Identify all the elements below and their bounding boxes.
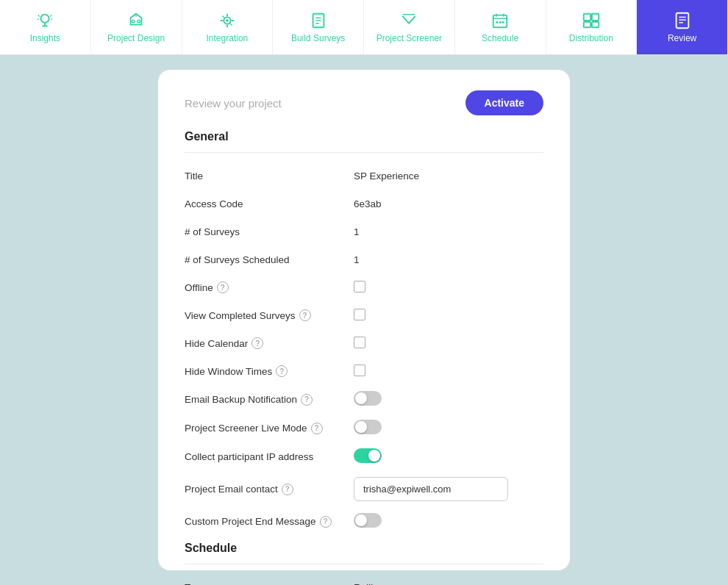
svg-point-8 [138,20,140,23]
review-card: Review your project Activate General Tit… [158,70,570,570]
custom-end-toggle-thumb [355,514,367,526]
nav-label-integration: Integration [207,33,249,43]
review-header: Review your project Activate [185,90,543,115]
hide-window-times-help-icon[interactable]: ? [276,365,288,377]
field-row-type: Type Rolling [185,573,543,585]
collect-ip-toggle[interactable] [354,448,382,463]
view-completed-checkbox[interactable] [354,309,365,320]
nav-item-distribution[interactable]: Distribution [546,0,638,54]
hide-window-times-checkbox-wrapper [354,365,543,378]
offline-checkbox[interactable] [354,281,365,292]
access-code-value: 6e3ab [354,198,543,209]
email-backup-toggle[interactable] [354,391,382,406]
distribution-icon [582,11,601,30]
nav-label-project-design: Project Design [107,33,165,43]
field-row-num-surveys: # of Surveys 1 [185,218,543,245]
project-screener-toggle-thumb [355,421,367,433]
activate-button[interactable]: Activate [465,90,543,115]
access-code-label: Access Code [185,198,354,209]
svg-line-3 [38,15,40,17]
email-backup-help-icon[interactable]: ? [301,394,313,406]
collect-ip-label: Collect participant IP address [185,451,354,462]
collect-ip-toggle-wrapper[interactable] [354,448,543,465]
field-row-project-email: Project Email contact ? [185,471,543,507]
field-row-hide-window-times: Hide Window Times ? [185,357,543,385]
schedule-icon [490,11,510,30]
custom-end-toggle-track[interactable] [354,513,382,528]
svg-rect-23 [493,15,507,28]
email-backup-label: Email Backup Notification ? [185,394,354,406]
nav-label-build-surveys: Build Surveys [291,33,345,43]
svg-point-7 [132,20,135,23]
hide-calendar-checkbox[interactable] [354,337,365,348]
project-email-help-icon[interactable]: ? [282,484,293,495]
field-row-view-completed: View Completed Surveys ? [185,301,543,329]
general-divider [185,152,543,153]
type-label: Type [185,582,354,586]
field-row-num-surveys-scheduled: # of Surveys Scheduled 1 [185,245,543,273]
nav-item-review[interactable]: Review [637,0,728,54]
field-row-custom-end: Custom Project End Message ? [185,507,543,536]
nav-item-project-screener[interactable]: Project Screener [364,0,455,54]
svg-point-0 [41,15,49,23]
nav-item-schedule[interactable]: Schedule [455,0,546,54]
nav-label-insights: Insights [30,33,60,43]
main-content: Review your project Activate General Tit… [0,55,728,585]
nav-item-integration[interactable]: Integration [182,0,274,54]
top-navigation: Insights Project Design [0,0,728,55]
svg-rect-28 [499,21,502,24]
review-icon [673,11,692,30]
field-row-offline: Offline ? [185,273,543,301]
custom-end-toggle[interactable] [354,513,382,528]
project-design-icon [126,11,146,30]
num-surveys-value: 1 [354,226,543,237]
hide-window-times-checkbox[interactable] [354,365,365,376]
integration-icon [218,11,237,30]
title-value: SP Experience [354,171,543,182]
view-completed-help-icon[interactable]: ? [299,309,311,321]
hide-window-times-label: Hide Window Times ? [185,365,354,377]
nav-label-distribution: Distribution [569,33,613,43]
email-backup-toggle-thumb [355,392,367,404]
project-screener-help-icon[interactable]: ? [311,423,323,434]
nav-item-project-design[interactable]: Project Design [91,0,182,54]
custom-end-toggle-wrapper[interactable] [354,513,543,530]
email-backup-toggle-wrapper[interactable] [354,391,543,408]
svg-rect-33 [592,22,599,27]
project-screener-toggle-wrapper[interactable] [354,420,543,437]
num-surveys-label: # of Surveys [185,226,354,237]
svg-rect-32 [584,22,590,27]
nav-label-project-screener: Project Screener [377,33,442,43]
field-row-collect-ip: Collect participant IP address [185,442,543,471]
hide-calendar-label: Hide Calendar ? [185,337,354,349]
collect-ip-toggle-track[interactable] [354,448,382,463]
svg-line-17 [230,24,232,26]
svg-rect-34 [676,13,688,28]
hide-calendar-help-icon[interactable]: ? [251,337,263,349]
svg-rect-30 [584,14,590,21]
build-surveys-icon [309,11,328,30]
field-row-title: Title SP Experience [185,162,543,190]
project-email-input[interactable] [354,477,508,501]
offline-help-icon[interactable]: ? [217,281,229,293]
project-screener-toggle[interactable] [354,420,382,434]
num-surveys-scheduled-value: 1 [354,254,543,265]
custom-end-help-icon[interactable]: ? [320,516,332,528]
num-surveys-scheduled-label: # of Surveys Scheduled [185,254,354,265]
email-backup-toggle-track[interactable] [354,391,382,406]
insights-icon [35,11,54,30]
offline-label: Offline ? [185,281,354,293]
svg-point-11 [226,19,229,22]
nav-item-build-surveys[interactable]: Build Surveys [273,0,364,54]
nav-label-review: Review [668,33,696,43]
general-section-title: General [185,130,543,143]
svg-rect-29 [502,21,504,24]
svg-line-16 [222,16,224,18]
project-screener-label: Project Screener Live Mode ? [185,423,354,434]
nav-item-insights[interactable]: Insights [0,0,91,54]
project-screener-toggle-track[interactable] [354,420,382,434]
custom-end-label: Custom Project End Message ? [185,516,354,528]
schedule-section-title: Schedule [185,542,543,555]
type-value: Rolling [354,582,543,586]
review-subtitle: Review your project [185,97,282,110]
